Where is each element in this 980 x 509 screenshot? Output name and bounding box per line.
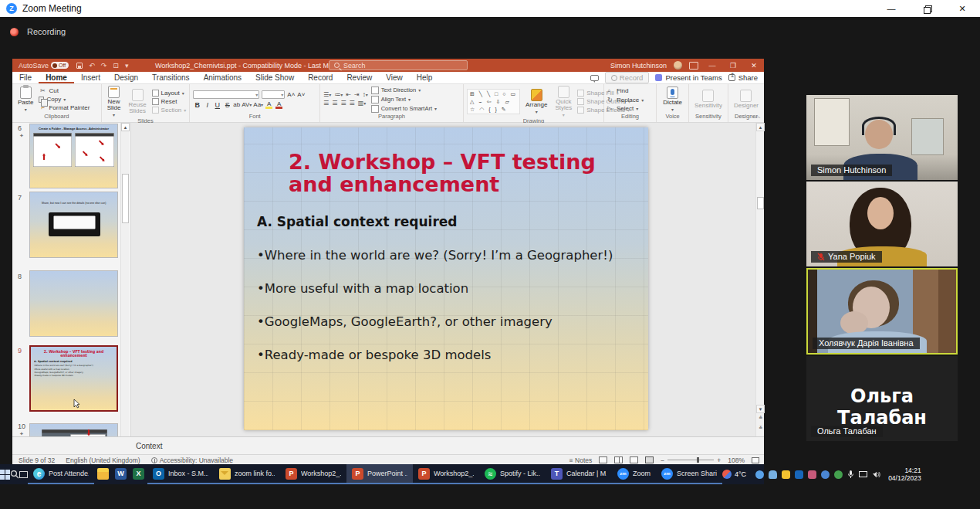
collapse-ribbon-icon[interactable]: ︿ [755, 112, 761, 120]
align-text-button[interactable]: Align Text [371, 96, 437, 103]
notes-toggle-button[interactable]: Notes [569, 456, 593, 464]
slide-thumbnail-9-selected[interactable]: 2. Workshop – VFT testing and enhancemen… [29, 345, 118, 412]
tab-record[interactable]: Record [301, 72, 340, 83]
zoom-slider-thumb[interactable] [697, 457, 699, 463]
scrollbar-thumb[interactable] [122, 174, 129, 223]
align-right-button[interactable]: ☰ [340, 100, 346, 107]
scroll-down-icon[interactable]: ▼ [756, 405, 765, 413]
slide-bullet[interactable]: •More useful with a map location [257, 281, 636, 296]
tray-volume-icon[interactable] [872, 470, 880, 479]
text-shadow-button[interactable]: ab [233, 101, 240, 108]
previous-slide-button[interactable]: ≙ [756, 415, 765, 422]
scrollbar-thumb[interactable] [757, 197, 764, 209]
tray-mic-icon[interactable] [847, 470, 854, 479]
taskbar-app-explorer[interactable] [94, 464, 112, 484]
sensitivity-button[interactable]: Sensitivity [692, 90, 725, 109]
video-tile-olga-video-off[interactable]: Ольга Талабан Ольга Талабан [806, 356, 958, 441]
record-button[interactable]: Record [605, 72, 650, 83]
current-slide-canvas[interactable]: 2. Workshop – VFT testing and enhancemen… [244, 127, 648, 430]
taskbar-app-excel[interactable] [130, 464, 147, 484]
change-case-button[interactable]: Aa [253, 101, 263, 108]
present-in-teams-button[interactable]: Present in Teams [655, 73, 721, 82]
strikethrough-button[interactable]: S [223, 101, 231, 109]
bullets-button[interactable]: ☰ [323, 92, 331, 98]
tab-insert[interactable]: Insert [74, 72, 107, 83]
taskbar-app-zoom-screenshare[interactable]: Screen Shari... [656, 464, 722, 484]
save-icon[interactable] [76, 63, 83, 69]
thumbnail-scrollbar[interactable]: ▲ [120, 123, 129, 436]
video-tile-daria-active-speaker[interactable]: Холявчук Дарія Іванівна [806, 268, 958, 355]
slide-title[interactable]: 2. Workshop – VFT testing and enhancemen… [289, 151, 633, 195]
quick-styles-button[interactable]: Quick Styles [553, 86, 574, 117]
video-tile-yana-popiuk[interactable]: Yana Popiuk [806, 182, 958, 266]
tab-design[interactable]: Design [107, 72, 145, 83]
underline-button[interactable]: U [213, 101, 221, 109]
fit-slide-button[interactable] [752, 457, 759, 463]
text-direction-button[interactable]: Text Direction [371, 87, 437, 94]
task-view-button[interactable] [19, 464, 28, 484]
normal-view-button[interactable] [599, 456, 607, 463]
autosave-toggle[interactable]: AutoSave Off [19, 62, 69, 70]
increase-indent-button[interactable]: ⇥ [354, 92, 360, 98]
ppt-close-button[interactable]: ✕ [747, 62, 761, 70]
taskbar-app-word[interactable] [112, 464, 130, 484]
layout-button[interactable]: Layout [152, 90, 187, 97]
tray-security-icon[interactable] [834, 470, 843, 479]
line-spacing-button[interactable]: ↕ [363, 92, 368, 98]
taskbar-app-edge[interactable]: Post Attende... [28, 464, 94, 484]
tab-slide-show[interactable]: Slide Show [248, 72, 301, 83]
zoom-out-icon[interactable]: − [661, 456, 664, 464]
reading-view-button[interactable] [630, 456, 638, 463]
search-box[interactable]: Search [329, 60, 468, 70]
reuse-slides-button[interactable]: Reuse Slides [126, 89, 148, 115]
tray-outlook-icon[interactable] [795, 470, 803, 479]
taskbar-app-powerpoint-active[interactable]: PowerPoint ... [346, 464, 413, 484]
accessibility-status[interactable]: Accessibility: Unavailable [151, 456, 233, 464]
comments-icon[interactable] [590, 75, 599, 81]
start-button[interactable] [0, 464, 10, 484]
ribbon-display-options-icon[interactable] [689, 62, 698, 70]
tab-animations[interactable]: Animations [197, 72, 248, 83]
columns-button[interactable]: ▥ [358, 100, 367, 107]
tab-view[interactable]: View [379, 72, 410, 83]
tab-review[interactable]: Review [340, 72, 379, 83]
decrease-indent-button[interactable]: ⇤ [346, 92, 351, 98]
share-button[interactable]: Share [728, 73, 758, 82]
taskbar-app-powerpoint-1[interactable]: Workshop2_... [280, 464, 346, 484]
decrease-font-icon[interactable]: A˅ [297, 91, 305, 98]
section-button[interactable]: Section [152, 107, 187, 114]
ppt-restore-button[interactable]: ❐ [726, 62, 740, 70]
customize-qat-icon[interactable]: ▾ [125, 62, 129, 70]
tray-teams-icon[interactable] [808, 470, 816, 479]
ppt-minimize-button[interactable]: — [705, 62, 719, 70]
notes-pane[interactable]: Context [12, 436, 764, 454]
find-button[interactable]: Find [607, 87, 644, 95]
minimize-button[interactable]: — [874, 0, 909, 17]
taskbar-app-zoom[interactable]: Zoom [612, 464, 656, 484]
tab-transitions[interactable]: Transitions [145, 72, 197, 83]
slide-bullet[interactable]: •GoogleMaps, GoogleEarth?, or other imag… [257, 314, 636, 329]
tray-onedrive-icon[interactable] [769, 470, 777, 479]
taskbar-app-mail[interactable]: zoom link fo... [214, 464, 280, 484]
zoom-percent[interactable]: 108% [728, 456, 745, 464]
notes-text[interactable]: Context [136, 442, 162, 450]
justify-button[interactable]: ☰ [350, 100, 355, 107]
reset-button[interactable]: Reset [152, 98, 187, 105]
scroll-up-icon[interactable]: ▲ [756, 123, 765, 131]
scroll-up-icon[interactable]: ▲ [121, 123, 130, 131]
slide-bullet[interactable]: •Ready-made or bespoke 3D models [257, 348, 636, 362]
align-left-button[interactable]: ☰ [323, 100, 329, 107]
slide-thumbnail-6[interactable]: Create a Folder - Manage Access -Adminis… [29, 124, 118, 188]
zoom-slider[interactable]: − + [661, 456, 721, 464]
tray-edge-icon[interactable] [755, 470, 764, 479]
next-slide-button[interactable]: ≚ [756, 425, 765, 433]
font-name-dropdown[interactable] [193, 90, 259, 99]
tray-app-icon[interactable] [821, 470, 830, 479]
new-slide-button[interactable]: New Slide [105, 86, 123, 117]
tab-help[interactable]: Help [410, 72, 440, 83]
slide-heading[interactable]: A. Spatial context required [257, 214, 636, 229]
numbering-button[interactable]: ≔ [334, 92, 343, 98]
restore-button[interactable] [909, 0, 945, 17]
editor-scrollbar[interactable]: ▲ ▼ ≙ ≚ [755, 123, 764, 436]
tab-home[interactable]: Home [39, 72, 74, 83]
